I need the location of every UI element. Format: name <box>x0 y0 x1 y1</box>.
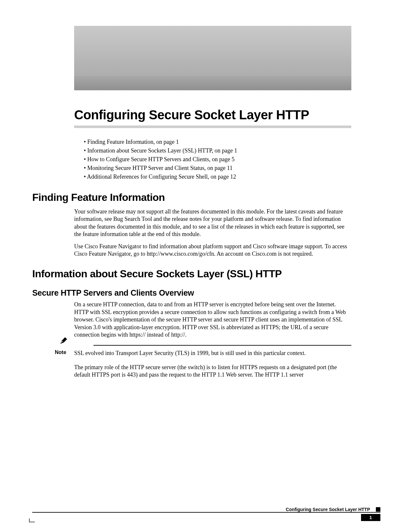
footer-marker-icon <box>376 507 380 512</box>
section-body-finding: Your software release may not support al… <box>74 208 351 258</box>
footer-notch-icon <box>29 518 35 522</box>
document-page: Configuring Secure Socket Layer HTTP Fin… <box>32 26 380 383</box>
pencil-icon <box>60 337 69 344</box>
subsection-body-overview: On a secure HTTP connection, data to and… <box>74 301 351 339</box>
paragraph: Your software release may not support al… <box>74 208 351 238</box>
chapter-hero-image <box>74 26 351 90</box>
subsection-body-overview-cont: The primary role of the HTTP secure serv… <box>74 364 351 379</box>
page-footer: Configuring Secure Socket Layer HTTP 1 <box>32 506 380 513</box>
note-rule-top <box>93 345 351 346</box>
toc-item: Finding Feature Information, on page 1 <box>84 138 380 146</box>
section-heading-finding: Finding Feature Information <box>32 192 380 203</box>
chapter-toc: Finding Feature Information, on page 1 I… <box>84 138 380 181</box>
page-number: 1 <box>361 514 380 521</box>
note-text: SSL evolved into Transport Layer Securit… <box>74 349 351 357</box>
note-block: Note SSL evolved into Transport Layer Se… <box>55 345 351 357</box>
toc-item: Information about Secure Sockets Layer (… <box>84 146 380 155</box>
chapter-title-divider <box>74 125 351 128</box>
note-label: Note <box>55 350 66 355</box>
section-heading-ssl: Information about Secure Sockets Layer (… <box>32 268 380 280</box>
toc-item: Additional References for Configuring Se… <box>84 172 380 181</box>
chapter-title: Configuring Secure Socket Layer HTTP <box>74 108 380 122</box>
paragraph: On a secure HTTP connection, data to and… <box>74 301 351 339</box>
footer-rule <box>32 512 380 513</box>
subsection-heading-overview: Secure HTTP Servers and Clients Overview <box>32 288 380 298</box>
toc-item: Monitoring Secure HTTP Server and Client… <box>84 164 380 172</box>
paragraph: Use Cisco Feature Navigator to find info… <box>74 243 351 258</box>
footer-doc-title: Configuring Secure Socket Layer HTTP <box>286 507 370 512</box>
note-gutter <box>55 337 74 344</box>
paragraph: The primary role of the HTTP secure serv… <box>74 364 351 379</box>
toc-item: How to Configure Secure HTTP Servers and… <box>84 155 380 164</box>
